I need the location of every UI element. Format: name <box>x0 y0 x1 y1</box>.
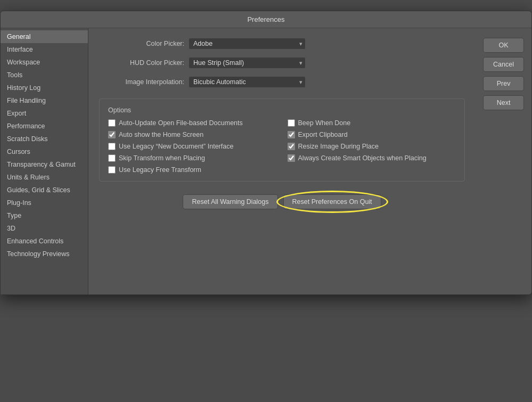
color-picker-select-wrapper: Adobe Windows <box>189 38 306 50</box>
checkbox-home-screen-label: Auto show the Home Screen <box>119 131 203 138</box>
options-grid: Auto-Update Open File-based Documents Be… <box>108 119 456 174</box>
checkbox-skip-transform-input[interactable] <box>108 154 116 162</box>
checkbox-auto-update: Auto-Update Open File-based Documents <box>108 119 277 127</box>
options-box: Options Auto-Update Open File-based Docu… <box>99 99 465 182</box>
sidebar-item-units-rulers[interactable]: Units & Rulers <box>1 171 88 184</box>
checkbox-export-clipboard: Export Clipboard <box>288 131 456 138</box>
reset-warning-dialogs-button[interactable]: Reset All Warning Dialogs <box>183 194 277 209</box>
sidebar-item-technology-previews[interactable]: Technology Previews <box>1 248 88 260</box>
color-picker-label: Color Picker: <box>99 40 184 47</box>
sidebar-item-cursors[interactable]: Cursors <box>1 145 88 158</box>
bottom-buttons: Reset All Warning Dialogs Reset Preferen… <box>99 194 465 209</box>
sidebar: GeneralInterfaceWorkspaceToolsHistory Lo… <box>1 28 88 294</box>
dialog-body: GeneralInterfaceWorkspaceToolsHistory Lo… <box>1 28 531 294</box>
checkbox-skip-transform: Skip Transform when Placing <box>108 154 277 162</box>
sidebar-item-plug-ins[interactable]: Plug-Ins <box>1 196 88 209</box>
checkbox-auto-update-input[interactable] <box>108 119 116 127</box>
checkbox-resize-image-input[interactable] <box>288 143 295 150</box>
sidebar-item-interface[interactable]: Interface <box>1 43 88 56</box>
sidebar-item-guides-grid-slices[interactable]: Guides, Grid & Slices <box>1 184 88 196</box>
checkbox-beep-input[interactable] <box>288 119 295 127</box>
sidebar-item-general[interactable]: General <box>1 30 88 43</box>
checkbox-legacy-new-doc-input[interactable] <box>108 143 116 150</box>
reset-preferences-on-quit-button[interactable]: Reset Preferences On Quit <box>283 194 381 209</box>
preferences-dialog: Preferences GeneralInterfaceWorkspaceToo… <box>0 11 532 295</box>
reset-prefs-wrapper: Reset Preferences On Quit <box>283 194 381 209</box>
sidebar-item-performance[interactable]: Performance <box>1 120 88 133</box>
image-interpolation-label: Image Interpolation: <box>99 78 184 86</box>
checkbox-home-screen-input[interactable] <box>108 131 116 138</box>
sidebar-item-enhanced-controls[interactable]: Enhanced Controls <box>1 235 88 248</box>
next-button[interactable]: Next <box>483 95 524 110</box>
checkbox-auto-update-label: Auto-Update Open File-based Documents <box>119 119 243 127</box>
sidebar-item-type[interactable]: Type <box>1 209 88 222</box>
sidebar-item-3d[interactable]: 3D <box>1 222 88 235</box>
main-content: Color Picker: Adobe Windows HUD Color Pi… <box>88 28 476 294</box>
checkbox-home-screen: Auto show the Home Screen <box>108 131 277 138</box>
hud-color-picker-select-wrapper: Hue Strip (Small) Hue Strip (Medium) Hue… <box>189 57 306 69</box>
sidebar-item-workspace[interactable]: Workspace <box>1 56 88 69</box>
hud-color-picker-row: HUD Color Picker: Hue Strip (Small) Hue … <box>99 57 465 69</box>
sidebar-item-tools[interactable]: Tools <box>1 69 88 81</box>
checkbox-smart-objects-label: Always Create Smart Objects when Placing <box>298 154 427 162</box>
checkbox-legacy-free-transform: Use Legacy Free Transform <box>108 166 277 174</box>
checkbox-legacy-free-transform-input[interactable] <box>108 166 116 174</box>
checkbox-resize-image-label: Resize Image During Place <box>298 143 379 150</box>
checkbox-export-clipboard-label: Export Clipboard <box>298 131 348 138</box>
hud-color-picker-label: HUD Color Picker: <box>99 59 184 67</box>
hud-color-picker-select[interactable]: Hue Strip (Small) Hue Strip (Medium) Hue… <box>189 57 306 69</box>
action-buttons-panel: OK Cancel Prev Next <box>476 28 531 294</box>
options-title: Options <box>108 106 456 114</box>
sidebar-item-scratch-disks[interactable]: Scratch Disks <box>1 133 88 145</box>
checkbox-resize-image: Resize Image During Place <box>288 143 456 150</box>
image-interpolation-row: Image Interpolation: Bicubic Automatic N… <box>99 76 465 88</box>
checkbox-smart-objects-input[interactable] <box>288 154 295 162</box>
checkbox-skip-transform-label: Skip Transform when Placing <box>119 154 205 162</box>
checkbox-legacy-new-doc: Use Legacy “New Document” Interface <box>108 143 277 150</box>
checkbox-export-clipboard-input[interactable] <box>288 131 295 138</box>
checkbox-legacy-free-transform-label: Use Legacy Free Transform <box>119 166 201 174</box>
dialog-title: Preferences <box>1 11 531 28</box>
sidebar-item-transparency-gamut[interactable]: Transparency & Gamut <box>1 158 88 171</box>
color-picker-row: Color Picker: Adobe Windows <box>99 38 465 50</box>
cancel-button[interactable]: Cancel <box>483 57 524 72</box>
color-picker-select[interactable]: Adobe Windows <box>189 38 306 50</box>
sidebar-item-history-log[interactable]: History Log <box>1 81 88 94</box>
prev-button[interactable]: Prev <box>483 76 524 91</box>
checkbox-smart-objects: Always Create Smart Objects when Placing <box>288 154 456 162</box>
checkbox-beep-label: Beep When Done <box>298 119 351 127</box>
image-interpolation-select[interactable]: Bicubic Automatic Nearest Neighbor Bilin… <box>189 76 306 88</box>
checkbox-beep: Beep When Done <box>288 119 456 127</box>
sidebar-item-export[interactable]: Export <box>1 107 88 120</box>
image-interpolation-select-wrapper: Bicubic Automatic Nearest Neighbor Bilin… <box>189 76 306 88</box>
ok-button[interactable]: OK <box>483 38 524 53</box>
checkbox-legacy-new-doc-label: Use Legacy “New Document” Interface <box>119 143 233 150</box>
sidebar-item-file-handling[interactable]: File Handling <box>1 94 88 107</box>
